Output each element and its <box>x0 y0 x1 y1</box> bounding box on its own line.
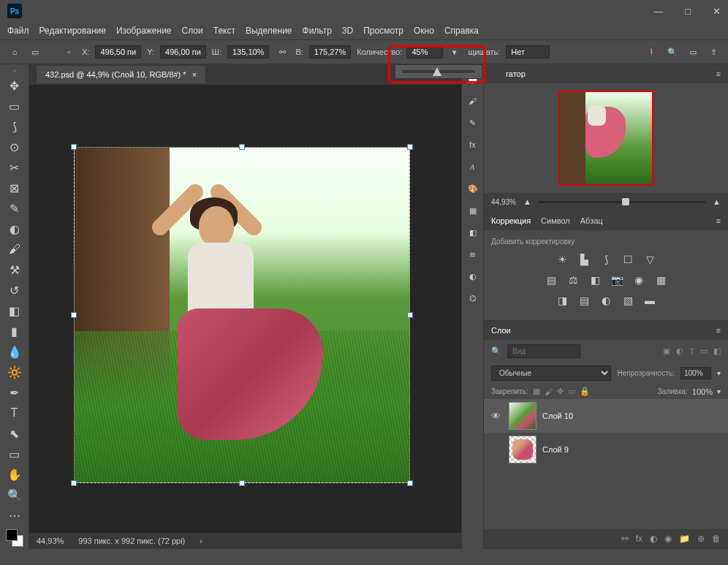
gradient-tool[interactable]: ▮ <box>4 322 25 341</box>
maximize-button[interactable]: □ <box>685 6 691 17</box>
lock-brush-icon[interactable]: 🖌 <box>545 387 553 396</box>
balance-icon[interactable]: ⚖ <box>565 272 581 288</box>
menu-file[interactable]: Файл <box>7 26 29 36</box>
canvas[interactable] <box>74 147 410 483</box>
menu-edit[interactable]: Редактирование <box>39 26 106 36</box>
layer-name[interactable]: Слой 10 <box>542 412 573 420</box>
curves-icon[interactable]: ⟆ <box>598 251 614 268</box>
layer-thumbnail[interactable] <box>509 402 536 430</box>
lock-artboard-icon[interactable]: ▭ <box>568 387 575 396</box>
share-icon[interactable]: ⇪ <box>706 45 721 59</box>
gradient-map-icon[interactable]: ▬ <box>642 292 658 308</box>
group-icon[interactable]: 📁 <box>679 534 690 544</box>
stamp-tool[interactable]: ⚒ <box>4 260 25 279</box>
close-icon[interactable]: × <box>192 70 197 79</box>
glyphs-icon[interactable]: 𝐴 <box>466 159 480 174</box>
gradients-icon[interactable]: ◧ <box>466 225 480 240</box>
dodge-tool[interactable]: 🔆 <box>4 363 25 382</box>
swatches-icon[interactable]: 🎨 <box>466 181 480 196</box>
bw-icon[interactable]: ◧ <box>587 272 603 288</box>
brush-settings-icon[interactable]: ✎ <box>466 115 480 130</box>
zoom-out-icon[interactable]: ▲ <box>523 197 531 206</box>
channel-mixer-icon[interactable]: ◉ <box>631 272 647 288</box>
accessibility-icon[interactable]: 🚶 <box>645 45 659 59</box>
color-swatch[interactable] <box>6 529 23 547</box>
marquee-tool[interactable]: ▭ <box>4 96 25 115</box>
panel-menu-icon[interactable]: ≡ <box>716 216 721 225</box>
filter-adj-icon[interactable]: ◐ <box>676 346 683 356</box>
fx-icon[interactable]: fx <box>636 534 642 544</box>
selective-icon[interactable]: ▧ <box>620 292 636 308</box>
lasso-tool[interactable]: ⟆ <box>4 117 25 136</box>
move-tool[interactable]: ✥ <box>4 76 25 95</box>
qty-slider-popup[interactable] <box>395 64 482 79</box>
layer-item[interactable]: 👁 Слой 10 <box>484 399 728 433</box>
chevron-down-icon[interactable]: ▾ <box>717 369 721 377</box>
home-icon[interactable]: ⌂ <box>7 45 22 59</box>
zoom-tool[interactable]: 🔍 <box>4 485 25 504</box>
y-input[interactable]: 496,00 пи <box>160 45 206 58</box>
lock-pixels-icon[interactable]: ▦ <box>533 387 540 396</box>
zoom-level[interactable]: 44,93% <box>37 536 64 545</box>
transform-handle-ml[interactable] <box>71 312 77 318</box>
vibrance-icon[interactable]: ▽ <box>642 251 658 268</box>
layers-tab[interactable]: Слои <box>491 326 511 335</box>
blur-tool[interactable]: 💧 <box>4 342 25 361</box>
chevron-down-icon[interactable]: ▾ <box>717 387 721 395</box>
zoom-in-icon[interactable]: ▲ <box>713 197 721 206</box>
chevron-right-icon[interactable]: › <box>200 536 202 545</box>
lock-position-icon[interactable]: ✥ <box>557 387 564 396</box>
threshold-icon[interactable]: ◐ <box>598 292 614 308</box>
menu-help[interactable]: Справка <box>444 26 479 36</box>
link-icon[interactable]: ⚯ <box>275 45 289 59</box>
delete-icon[interactable]: 🗑 <box>712 534 721 544</box>
transform-icon[interactable]: ▭ <box>28 45 42 59</box>
color-icon[interactable]: ▦ <box>466 203 480 218</box>
posterize-icon[interactable]: ▤ <box>576 292 592 308</box>
filter-shape-icon[interactable]: ▭ <box>700 346 708 356</box>
exposure-icon[interactable]: ☐ <box>620 251 636 268</box>
eyedropper-tool[interactable]: ✎ <box>4 199 25 218</box>
mask-icon[interactable]: ◐ <box>650 534 657 544</box>
paragraph-tab[interactable]: Абзац <box>580 216 603 225</box>
blend-mode-select[interactable]: Обычные <box>491 365 611 381</box>
crop-tool[interactable]: ✂ <box>4 158 25 177</box>
adjustments-tab[interactable]: Коррекция <box>491 216 531 225</box>
navigator-tab[interactable]: гатор <box>506 69 526 78</box>
layer-thumbnail[interactable] <box>509 436 536 463</box>
anchor-icon[interactable]: ▫ <box>61 45 76 59</box>
protect-select[interactable]: Нет <box>506 45 550 58</box>
panel-menu-icon[interactable]: ≡ <box>716 326 721 335</box>
new-layer-icon[interactable]: ⊕ <box>697 534 705 544</box>
edit-toolbar[interactable]: ⋯ <box>4 506 25 525</box>
visibility-icon[interactable]: 👁 <box>491 411 503 422</box>
history-brush-tool[interactable]: ↺ <box>4 281 25 300</box>
type-tool[interactable]: T <box>4 403 25 422</box>
slider-thumb[interactable] <box>433 67 441 76</box>
transform-handle-br[interactable] <box>407 480 413 486</box>
menu-window[interactable]: Окно <box>414 26 434 36</box>
menu-3d[interactable]: 3D <box>342 26 353 36</box>
transform-handle-tl[interactable] <box>71 144 77 150</box>
menu-view[interactable]: Просмотр <box>363 26 403 36</box>
chevron-down-icon[interactable]: ▾ <box>447 45 462 59</box>
transform-handle-tc[interactable] <box>239 144 245 150</box>
lock-all-icon[interactable]: 🔒 <box>580 387 590 396</box>
quick-select-tool[interactable]: ⊙ <box>4 137 25 156</box>
styles-icon[interactable]: fx <box>466 137 480 152</box>
frame-tool[interactable]: ⊠ <box>4 178 25 197</box>
path-select-tool[interactable]: ⬉ <box>4 424 25 443</box>
menu-select[interactable]: Выделение <box>246 26 292 36</box>
brush-panel-icon[interactable]: 🖌 <box>466 94 480 108</box>
filter-smart-icon[interactable]: ◧ <box>713 346 721 356</box>
link-layers-icon[interactable]: ⚯ <box>621 534 629 544</box>
navigator-thumbnail[interactable] <box>558 91 653 186</box>
layer-search-input[interactable] <box>507 344 580 358</box>
brightness-icon[interactable]: ☀ <box>554 251 570 268</box>
layer-name[interactable]: Слой 9 <box>542 445 569 454</box>
panel-menu-icon[interactable]: ≡ <box>716 69 721 78</box>
slider-track[interactable] <box>402 70 475 73</box>
rectangle-tool[interactable]: ▭ <box>4 444 25 463</box>
w-input[interactable]: 135,10% <box>227 45 269 58</box>
transform-handle-bc[interactable] <box>239 480 245 486</box>
